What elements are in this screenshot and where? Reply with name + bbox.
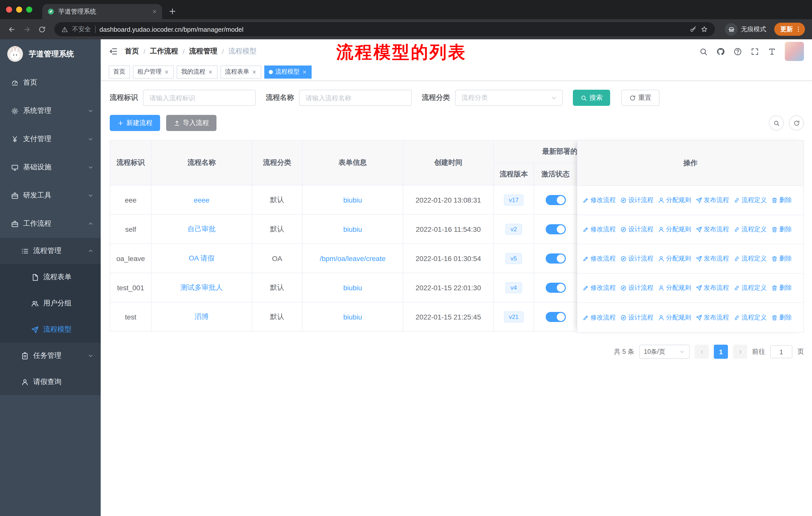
tab-close-icon[interactable] (152, 9, 157, 14)
sidebar-item-process-management[interactable]: 流程管理 (0, 238, 101, 264)
close-icon[interactable] (164, 69, 169, 74)
process-name-link[interactable]: 滔博 (195, 312, 209, 320)
process-name-link[interactable]: OA 请假 (189, 254, 215, 262)
sidebar-item-infrastructure[interactable]: 基础设施 (0, 153, 101, 182)
page-size-select[interactable]: 10条/页 (639, 345, 690, 359)
process-definition-link[interactable]: 流程定义 (733, 225, 767, 234)
form-info-link[interactable]: biubiu (343, 196, 362, 204)
form-info-link[interactable]: biubiu (343, 225, 362, 233)
design-process-link[interactable]: 设计流程 (620, 254, 654, 263)
assign-rules-link[interactable]: 分配规则 (658, 225, 691, 234)
process-name-link[interactable]: eeee (194, 196, 209, 204)
browser-tab[interactable]: 芋道管理系统 (42, 4, 162, 19)
close-icon[interactable] (252, 69, 257, 74)
tag-process-model[interactable]: 流程模型 (264, 65, 312, 78)
active-toggle[interactable] (546, 312, 566, 322)
delete-process-link[interactable]: 删除 (771, 313, 792, 322)
font-size-icon[interactable] (768, 47, 776, 56)
sidebar-item-process-form[interactable]: 流程表单 (0, 264, 101, 290)
delete-process-link[interactable]: 删除 (771, 196, 792, 205)
publish-process-link[interactable]: 发布流程 (696, 196, 729, 205)
tag-home[interactable]: 首页 (109, 65, 130, 78)
assign-rules-link[interactable]: 分配规则 (658, 313, 691, 322)
toggle-search-button[interactable] (769, 115, 784, 131)
process-category-select[interactable]: 流程分类 (455, 90, 563, 106)
publish-process-link[interactable]: 发布流程 (696, 284, 729, 292)
create-process-button[interactable]: 新建流程 (110, 115, 160, 131)
sidebar-item-payment-management[interactable]: 支付管理 (0, 125, 101, 153)
sidebar-item-workflow[interactable]: 工作流程 (0, 210, 101, 238)
reload-button[interactable] (35, 23, 48, 36)
form-info-link[interactable]: biubiu (343, 283, 362, 292)
delete-process-link[interactable]: 删除 (771, 254, 792, 263)
close-icon[interactable] (302, 69, 307, 74)
next-page-button[interactable] (733, 345, 747, 359)
new-tab-button[interactable] (168, 7, 177, 16)
breadcrumb-process-management[interactable]: 流程管理 (189, 47, 218, 56)
search-icon[interactable] (699, 47, 708, 56)
sidebar-item-system-management[interactable]: 系统管理 (0, 97, 101, 125)
github-icon[interactable] (716, 47, 725, 56)
process-key-input[interactable] (143, 90, 256, 106)
form-info-link[interactable]: biubiu (343, 313, 362, 321)
publish-process-link[interactable]: 发布流程 (696, 313, 729, 322)
password-key-icon[interactable] (690, 26, 697, 33)
sidebar-item-dev-tools[interactable]: 研发工具 (0, 182, 101, 210)
process-name-input[interactable] (299, 90, 412, 106)
breadcrumb-home[interactable]: 首页 (125, 47, 139, 56)
close-window-button[interactable] (6, 6, 12, 12)
minimize-window-button[interactable] (16, 6, 22, 12)
process-name-link[interactable]: 自己审批 (187, 224, 216, 233)
process-name-link[interactable]: 测试多审批人 (180, 283, 223, 291)
design-process-link[interactable]: 设计流程 (620, 284, 654, 292)
process-definition-link[interactable]: 流程定义 (733, 254, 767, 263)
user-avatar[interactable] (785, 42, 804, 61)
prev-page-button[interactable] (695, 345, 709, 359)
design-process-link[interactable]: 设计流程 (620, 196, 654, 205)
zoom-window-button[interactable] (26, 6, 32, 12)
sidebar-item-home[interactable]: 首页 (0, 69, 101, 97)
active-toggle[interactable] (546, 195, 566, 205)
refresh-table-button[interactable] (789, 115, 804, 131)
address-bar[interactable]: 不安全 dashboard.yudao.iocoder.cn/bpm/manag… (54, 22, 715, 36)
help-icon[interactable] (733, 47, 742, 56)
sidebar-item-process-model[interactable]: 流程模型 (0, 317, 101, 343)
assign-rules-link[interactable]: 分配规则 (658, 284, 691, 292)
close-icon[interactable] (208, 69, 213, 74)
import-process-button[interactable]: 导入流程 (166, 115, 216, 131)
tag-process-form[interactable]: 流程表单 (221, 65, 261, 78)
breadcrumb-workflow[interactable]: 工作流程 (150, 47, 178, 56)
bookmark-star-icon[interactable] (701, 26, 708, 33)
process-definition-link[interactable]: 流程定义 (733, 313, 767, 322)
delete-process-link[interactable]: 删除 (771, 225, 792, 234)
active-toggle[interactable] (546, 282, 566, 293)
fullscreen-icon[interactable] (751, 47, 759, 56)
active-toggle[interactable] (546, 253, 566, 263)
browser-menu-icon[interactable] (795, 26, 802, 33)
reset-button[interactable]: 重置 (621, 90, 660, 106)
sidebar-item-leave-query[interactable]: 请假查询 (0, 369, 101, 395)
design-process-link[interactable]: 设计流程 (620, 225, 654, 234)
goto-page-input[interactable] (770, 345, 792, 358)
update-button[interactable]: 更新 (774, 23, 805, 36)
modify-process-link[interactable]: 修改流程 (582, 313, 616, 322)
sidebar-item-user-group[interactable]: 用户分组 (0, 290, 101, 317)
process-definition-link[interactable]: 流程定义 (733, 196, 767, 205)
tag-tenant-management[interactable]: 租户管理 (133, 65, 174, 78)
sidebar-item-task-management[interactable]: 任务管理 (0, 343, 101, 369)
modify-process-link[interactable]: 修改流程 (582, 284, 616, 292)
security-label[interactable]: 不安全 (72, 25, 91, 33)
collapse-sidebar-icon[interactable] (109, 47, 118, 56)
process-definition-link[interactable]: 流程定义 (733, 284, 767, 292)
modify-process-link[interactable]: 修改流程 (582, 196, 616, 205)
publish-process-link[interactable]: 发布流程 (696, 254, 729, 263)
current-page-button[interactable]: 1 (714, 345, 728, 359)
assign-rules-link[interactable]: 分配规则 (658, 254, 691, 263)
back-button[interactable] (5, 23, 18, 36)
assign-rules-link[interactable]: 分配规则 (658, 196, 691, 205)
publish-process-link[interactable]: 发布流程 (696, 225, 729, 234)
active-toggle[interactable] (546, 224, 566, 234)
forward-button[interactable] (20, 23, 33, 36)
design-process-link[interactable]: 设计流程 (620, 313, 654, 322)
search-button[interactable]: 搜索 (573, 90, 610, 106)
